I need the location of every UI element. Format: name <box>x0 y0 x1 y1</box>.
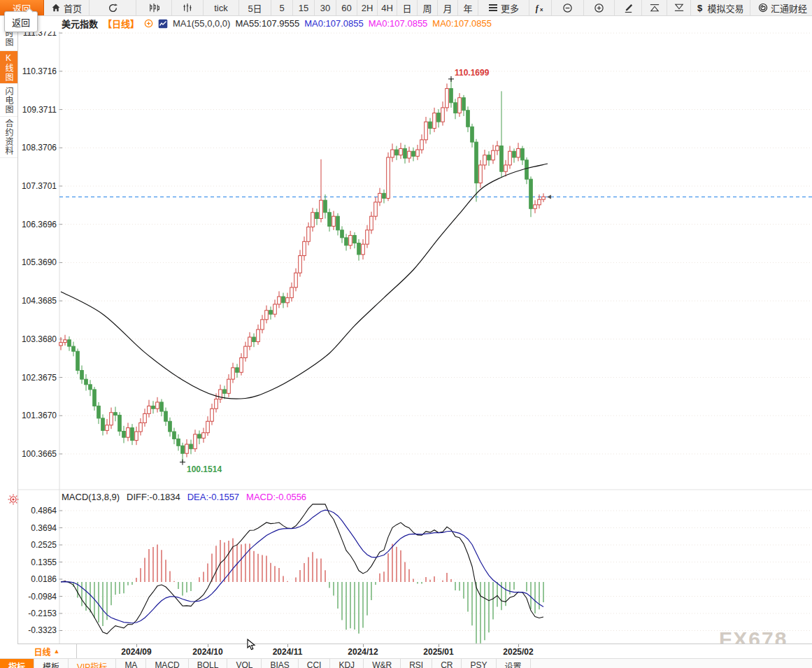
mouse-cursor <box>246 639 257 654</box>
add-circle-icon[interactable] <box>144 19 153 28</box>
high-price-annotation: 110.1699 <box>455 68 489 78</box>
bottom-tab-bias[interactable]: BIAS <box>262 659 298 668</box>
triup-icon <box>649 3 660 13</box>
toolbar-label-period-week: 周 <box>422 1 432 15</box>
toolbar-button-period-year[interactable]: 年 <box>458 0 478 15</box>
toolbar-button-more[interactable]: 更多 <box>478 0 529 15</box>
tridown-icon <box>674 3 685 13</box>
period-selector-label: 日线 <box>34 646 51 658</box>
toolbar-label-home: 首页 <box>64 1 82 15</box>
toolbar-label-period-5d: 5日 <box>248 1 262 15</box>
toolbar-button-period-month[interactable]: 月 <box>438 0 458 15</box>
bottom-tab-boll[interactable]: BOLL <box>189 659 228 668</box>
bottom-tab-templates[interactable]: 模板 <box>34 659 69 668</box>
axis-tick-label: 110.3716 <box>17 66 57 76</box>
toolbar-button-period-week[interactable]: 周 <box>418 0 438 15</box>
x-axis-month-label: 2025/02 <box>496 647 541 657</box>
period-selector-button[interactable]: 日线 ▲ <box>17 644 77 658</box>
toolbar-button-period-4h[interactable]: 4H <box>378 0 397 15</box>
axis-tick-label: 0.4864 <box>17 506 57 516</box>
ma55-value: MA55:107.9555 <box>235 18 299 29</box>
axis-tick-label: 109.3711 <box>17 105 57 115</box>
refresh-icon <box>108 3 118 13</box>
sidebar-tab-lightning-chart[interactable]: 闪电图 <box>0 84 17 117</box>
axis-tick-label: 108.3706 <box>17 143 57 152</box>
toolbar-button-channel-bottom[interactable] <box>667 0 691 15</box>
toolbar-button-formula[interactable]: fx <box>529 0 552 15</box>
x-axis-month-label: 2024/11 <box>265 647 310 657</box>
toolbar-label-period-year: 年 <box>463 1 472 15</box>
bottom-tab-cr[interactable]: CR <box>432 659 462 668</box>
toolbar-button-sim-trading[interactable]: $模拟交易 <box>691 0 750 15</box>
axis-tick-label: 0.3694 <box>17 523 57 533</box>
axis-tick-label: 106.3696 <box>17 220 57 229</box>
toolbar-button-kline-style[interactable] <box>136 0 172 15</box>
toolbar-label-period-day: 日 <box>402 1 411 15</box>
axis-tick-label: 100.3665 <box>17 449 57 459</box>
toolbar-button-tick[interactable]: tick <box>204 0 239 15</box>
axis-tick-label: -0.0984 <box>17 592 57 602</box>
axis-tick-label: 103.3680 <box>17 334 57 344</box>
axis-tick-label: 107.3701 <box>17 181 57 191</box>
toolbar-button-period-2h[interactable]: 2H <box>357 0 378 15</box>
toolbar-label-huitong-finance: 汇通财经 <box>771 1 807 15</box>
toolbar-label-tick: tick <box>214 3 228 13</box>
bottom-tab-indicators[interactable]: 指标 <box>0 659 34 668</box>
indicator-settings-icon[interactable] <box>8 494 19 508</box>
toolbar-button-huitong-finance[interactable]: 汇通财经 <box>750 0 812 15</box>
toolbar-button-home[interactable]: 首页 <box>44 0 90 15</box>
toolbar-button-period-day[interactable]: 日 <box>397 0 418 15</box>
bottom-tab-psy[interactable]: PSY <box>462 659 496 668</box>
left-sidebar: 分时图K线图闪电图合约资料 <box>0 15 18 658</box>
macd-macd-value: MACD:-0.0556 <box>246 492 306 502</box>
macd-title: MACD(13,8,9) <box>62 492 120 502</box>
bottom-tab-kdj[interactable]: KDJ <box>330 659 364 668</box>
bottom-tab-ma[interactable]: MA <box>116 659 146 668</box>
axis-tick-label: -0.2153 <box>17 609 57 618</box>
dollar-icon: $ <box>697 3 704 13</box>
macd-diff-value: DIFF:-0.1834 <box>127 492 180 502</box>
sidebar-tab-contract-info[interactable]: 合约资料 <box>0 117 17 158</box>
toolbar-button-zoom-in[interactable] <box>584 0 615 15</box>
bottom-tab-vol[interactable]: VOL <box>227 659 262 668</box>
kline-icon <box>148 3 159 13</box>
toolbar-button-period-15[interactable]: 15 <box>293 0 315 15</box>
ma0-value-orange: MA0:107.0855 <box>432 18 492 29</box>
period-tag: 【日线】 <box>103 17 139 30</box>
toolbar-button-volume-style[interactable] <box>172 0 204 15</box>
chart-header: 美元指数 【日线】 MA1(55,0,0,0) MA55:107.9555 MA… <box>17 15 812 31</box>
spiral-icon <box>758 3 768 13</box>
bottom-tab-wr[interactable]: W&R <box>364 659 401 668</box>
bottom-tab-rsi[interactable]: RSI <box>401 659 432 668</box>
sidebar-tab-kline-chart[interactable]: K线图 <box>0 51 17 84</box>
toolbar-button-period-60[interactable]: 60 <box>336 0 357 15</box>
low-price-annotation: 100.1514 <box>187 464 222 474</box>
volume-icon <box>183 3 192 13</box>
macd-dea-value: DEA:-0.1557 <box>187 492 239 502</box>
toolbar-button-period-30[interactable]: 30 <box>315 0 336 15</box>
bottom-tab-cci[interactable]: CCI <box>299 659 331 668</box>
toolbar-button-refresh[interactable] <box>90 0 136 15</box>
zoomout-icon <box>562 3 573 13</box>
axis-tick-label: 104.3685 <box>17 296 57 306</box>
toolbar-label-period-5: 5 <box>279 3 284 13</box>
toolbar-label-period-30: 30 <box>320 3 330 13</box>
toolbar-label-period-15: 15 <box>299 3 308 13</box>
toolbar-button-period-5[interactable]: 5 <box>271 0 293 15</box>
bottom-tab-vip-indicators[interactable]: VIP指标 <box>69 659 116 668</box>
axis-tick-label: 0.2525 <box>17 540 57 550</box>
bottom-tab-macd[interactable]: MACD <box>146 659 188 668</box>
toolbar-button-period-5d[interactable]: 5日 <box>239 0 271 15</box>
pencil-icon <box>623 3 634 13</box>
x-axis-row: 日线 ▲ 2024/092024/102024/112024/122025/01… <box>17 644 812 659</box>
bottom-tab-settings[interactable]: 设置 <box>497 659 531 668</box>
trading-app-window: 返回 首页tick5日51530602H4H日周月年更多fx$模拟交易汇通财经财… <box>0 0 812 668</box>
axis-tick-label: 105.3690 <box>17 257 57 267</box>
toolbar-button-draw[interactable] <box>615 0 642 15</box>
x-axis-month-label: 2024/10 <box>185 647 230 657</box>
toolbar-button-zoom-out[interactable] <box>552 0 584 15</box>
axis-tick-label: 0.0186 <box>17 574 57 584</box>
toolbar-label-period-2h: 2H <box>362 3 373 13</box>
toolbar-button-channel-top[interactable] <box>642 0 667 15</box>
home-icon <box>51 3 61 13</box>
